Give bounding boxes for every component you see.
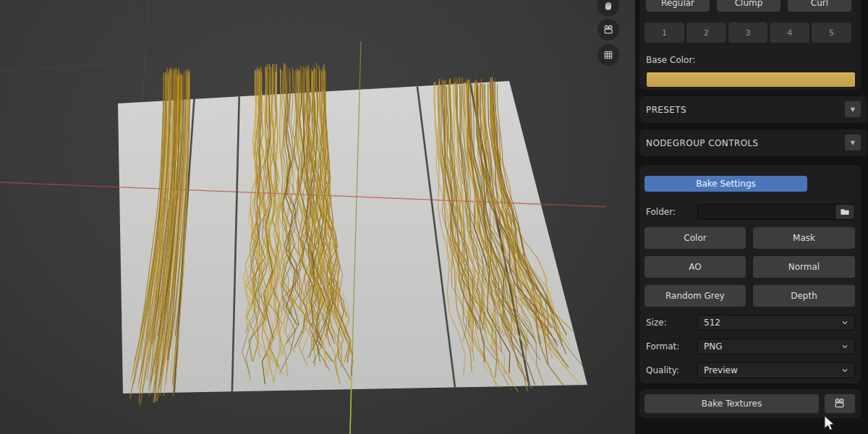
bake-textures-button[interactable]: Bake Textures (644, 394, 819, 413)
hair-settings-section: Regular Clump Curl 1 2 3 4 5 Base Color: (639, 0, 861, 90)
hair-type-regular-button[interactable]: Regular (646, 0, 710, 12)
bake-map-depth-button[interactable]: Depth (753, 285, 855, 307)
folder-icon (840, 208, 850, 216)
folder-browse-button[interactable] (835, 205, 854, 219)
size-row: Size: 512 (639, 315, 861, 331)
hair-type-curl-button[interactable]: Curl (788, 0, 851, 12)
chevron-down-icon (841, 320, 848, 326)
presets-section-header[interactable]: PRESETS ▼ (639, 96, 867, 123)
bake-map-normal-button[interactable]: Normal (753, 256, 855, 278)
3d-viewport[interactable] (0, 0, 635, 434)
format-value: PNG (704, 341, 723, 352)
scene-canvas (0, 0, 635, 434)
camera-view-button[interactable] (597, 19, 619, 41)
nodegroup-collapse-button[interactable]: ▼ (845, 135, 861, 150)
variant-4-button[interactable]: 4 (770, 22, 809, 43)
bake-map-color-button[interactable]: Color (644, 227, 746, 249)
folder-row: Folder: (639, 204, 861, 220)
variant-1-button[interactable]: 1 (644, 22, 684, 43)
variant-5-button[interactable]: 5 (812, 22, 851, 43)
quality-row: Quality: Preview (639, 362, 861, 378)
base-color-label: Base Color: (646, 55, 695, 65)
grid-icon (603, 49, 614, 61)
format-label: Format: (646, 339, 679, 354)
bake-map-random-grey-button[interactable]: Random Grey (644, 285, 746, 307)
render-camera-button[interactable] (825, 394, 855, 413)
movie-camera-icon (603, 24, 615, 36)
bake-map-buttons: Color Mask AO Normal Random Grey Depth (644, 227, 855, 307)
chevron-down-icon (841, 367, 848, 373)
nodegroup-section-header[interactable]: NODEGROUP CONTROLS ▼ (639, 129, 867, 156)
grid-view-button[interactable] (597, 44, 619, 66)
movie-camera-icon (833, 397, 847, 410)
base-color-swatch[interactable] (646, 72, 856, 88)
tool-panel: Regular Clump Curl 1 2 3 4 5 Base Color:… (635, 0, 868, 434)
folder-field (697, 204, 855, 220)
quality-select[interactable]: Preview (697, 362, 855, 378)
format-select[interactable]: PNG (697, 339, 855, 354)
variant-2-button[interactable]: 2 (686, 22, 726, 43)
presets-label: PRESETS (646, 105, 686, 115)
bake-settings-button[interactable]: Bake Settings (644, 176, 807, 192)
quality-label: Quality: (646, 362, 679, 378)
variant-3-button[interactable]: 3 (728, 22, 768, 43)
bake-settings-section: Bake Settings Folder: Color Mask AO Norm… (639, 165, 861, 383)
folder-path-input[interactable] (698, 205, 835, 219)
nodegroup-label: NODEGROUP CONTROLS (646, 138, 759, 148)
format-row: Format: PNG (639, 339, 861, 354)
size-label: Size: (646, 315, 667, 331)
bake-map-mask-button[interactable]: Mask (753, 227, 855, 249)
mouse-cursor (823, 415, 839, 434)
size-select[interactable]: 512 (697, 315, 855, 331)
folder-label: Folder: (646, 204, 676, 220)
pan-hand-icon (603, 0, 614, 12)
bake-actions-section: Bake Textures (639, 389, 861, 418)
bake-map-ao-button[interactable]: AO (644, 256, 746, 278)
chevron-down-icon (841, 344, 848, 349)
app-screen: Regular Clump Curl 1 2 3 4 5 Base Color:… (0, 0, 868, 434)
presets-collapse-button[interactable]: ▼ (845, 101, 861, 117)
quality-value: Preview (704, 365, 738, 375)
size-value: 512 (704, 318, 720, 328)
hair-type-clump-button[interactable]: Clump (717, 0, 780, 12)
variant-button-row: 1 2 3 4 5 (644, 22, 851, 43)
